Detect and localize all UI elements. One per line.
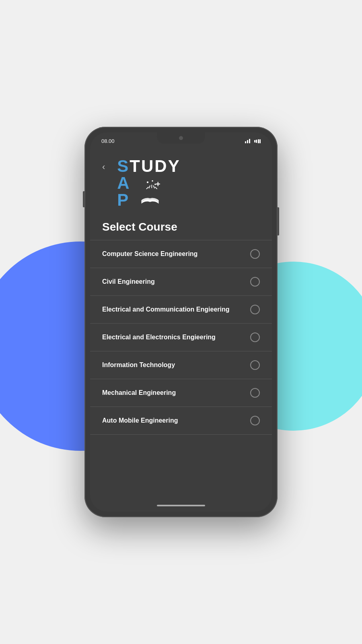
back-button[interactable]: ‹	[102, 162, 105, 172]
status-icons	[245, 139, 261, 143]
course-item[interactable]: Auto Mobile Engineering	[90, 407, 272, 435]
status-time: 08.00	[101, 138, 115, 144]
wifi-icon	[245, 139, 250, 143]
svg-line-7	[153, 186, 154, 188]
svg-point-0	[147, 182, 148, 183]
battery-icon	[254, 139, 261, 143]
radio-button[interactable]	[250, 416, 260, 425]
notch	[157, 132, 205, 144]
radio-button[interactable]	[250, 305, 260, 314]
logo-area: STUDY A P	[117, 158, 260, 208]
app-content: ‹ STUDY A P	[90, 147, 272, 500]
course-name: Electrical and Electronics Engieering	[102, 334, 216, 341]
phone-frame: 08.00 ‹	[84, 127, 278, 517]
course-name: Mechanical Engineering	[102, 389, 176, 396]
logo-tudy: TUDY	[130, 157, 180, 175]
svg-point-2	[154, 184, 156, 185]
logo-a: A	[117, 175, 130, 192]
radio-button[interactable]	[250, 277, 260, 287]
logo-p: P	[117, 192, 130, 208]
course-name: Electrical and Communication Engieering	[102, 306, 230, 313]
course-item[interactable]: Electrical and Electronics Engieering	[90, 323, 272, 351]
course-item[interactable]: Computer Science Engineering	[90, 240, 272, 268]
course-item[interactable]: Information Technology	[90, 351, 272, 379]
svg-line-5	[149, 186, 150, 188]
course-item[interactable]: Electrical and Communication Engieering	[90, 295, 272, 323]
radio-button[interactable]	[250, 360, 260, 370]
course-list: Computer Science EngineeringCivil Engine…	[90, 240, 272, 435]
phone-screen: 08.00 ‹	[90, 132, 272, 512]
section-title: Select Course	[90, 217, 272, 240]
logo-s: S	[117, 157, 130, 175]
svg-line-9	[155, 187, 157, 189]
home-bar	[157, 505, 205, 506]
course-name: Information Technology	[102, 361, 175, 369]
radio-button[interactable]	[250, 249, 260, 259]
radio-button[interactable]	[250, 332, 260, 342]
home-indicator	[90, 500, 272, 512]
svg-point-1	[152, 180, 153, 182]
course-name: Civil Engineering	[102, 278, 155, 285]
app-header: ‹ STUDY A P	[90, 151, 272, 217]
book-icon	[134, 180, 166, 204]
course-item[interactable]: Civil Engineering	[90, 268, 272, 295]
camera	[179, 136, 183, 140]
course-item[interactable]: Mechanical Engineering	[90, 379, 272, 407]
course-name: Auto Mobile Engineering	[102, 417, 178, 424]
course-name: Computer Science Engineering	[102, 250, 197, 258]
logo-study: STUDY	[117, 158, 180, 175]
radio-button[interactable]	[250, 388, 260, 398]
svg-line-8	[146, 187, 148, 189]
logo-ap-row: A P	[117, 175, 166, 208]
